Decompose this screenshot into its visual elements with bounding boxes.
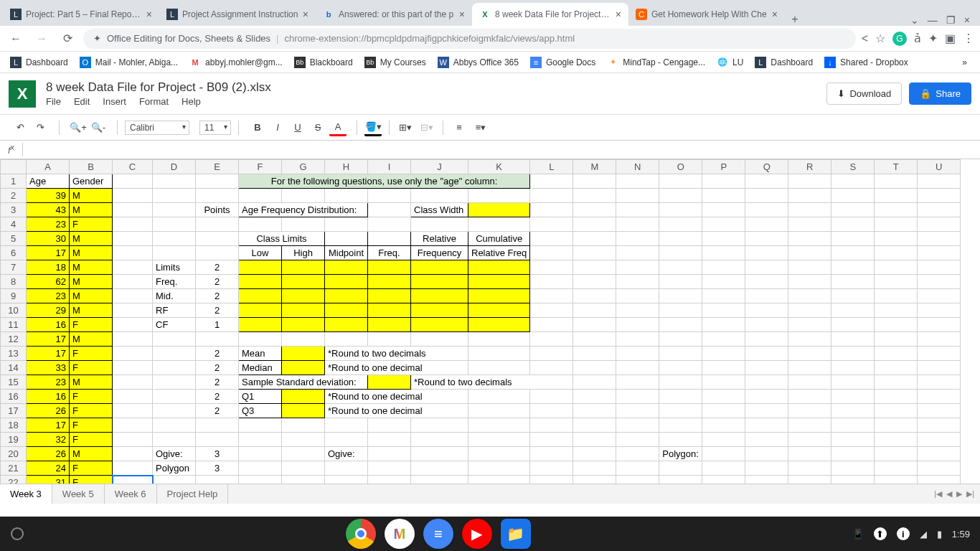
cell[interactable]: 2 (196, 303, 239, 318)
cell[interactable]: 17 (27, 418, 70, 433)
cell[interactable] (113, 375, 153, 390)
cell[interactable]: Ogive: (325, 447, 368, 461)
cell[interactable] (616, 418, 659, 433)
cell[interactable] (918, 289, 961, 303)
cell[interactable]: Class Width (411, 203, 468, 217)
cell[interactable]: F (70, 390, 113, 404)
devices-icon[interactable]: ▣ (945, 32, 956, 45)
col-header[interactable]: O (659, 160, 702, 174)
chevron-down-icon[interactable]: ⌄ (910, 14, 919, 26)
cell[interactable]: 16 (27, 318, 70, 332)
cell[interactable]: M (70, 232, 113, 246)
cell[interactable] (659, 347, 702, 361)
cell[interactable] (745, 361, 788, 375)
cell[interactable] (196, 232, 239, 246)
cell[interactable] (530, 418, 573, 433)
cell[interactable]: For the following questions, use only th… (239, 174, 530, 189)
row-header[interactable]: 3 (1, 203, 27, 217)
row-header[interactable]: 20 (1, 447, 27, 461)
cell[interactable] (788, 318, 831, 332)
cell[interactable]: 2 (196, 404, 239, 418)
cell[interactable]: High (282, 246, 325, 260)
cell[interactable] (702, 189, 745, 203)
cell[interactable] (659, 217, 702, 232)
cell[interactable] (788, 390, 831, 404)
cell[interactable] (368, 461, 411, 476)
cell[interactable]: 2 (196, 275, 239, 289)
cell[interactable]: *Round to one decimal (325, 390, 468, 404)
col-header[interactable]: F (239, 160, 282, 174)
cell[interactable]: Q1 (239, 390, 282, 404)
cell[interactable]: Limits (153, 260, 196, 275)
cell[interactable]: Low (239, 246, 282, 260)
cell[interactable] (573, 361, 616, 375)
cell[interactable] (875, 418, 918, 433)
cell[interactable] (918, 189, 961, 203)
col-header[interactable]: P (702, 160, 745, 174)
cell[interactable]: 2 (196, 375, 239, 390)
cell[interactable] (411, 476, 468, 484)
cell[interactable] (659, 418, 702, 433)
cell[interactable] (282, 361, 325, 375)
align-icon[interactable]: ≡▾ (472, 119, 489, 136)
bookmark-item[interactable]: WAbbys Office 365 (433, 54, 523, 71)
cell[interactable] (573, 303, 616, 318)
cell[interactable] (702, 332, 745, 347)
bookmark-item[interactable]: Mabbyj.mohler@gm... (185, 54, 287, 71)
row-header[interactable]: 16 (1, 390, 27, 404)
cell[interactable] (918, 433, 961, 447)
cell[interactable] (702, 404, 745, 418)
cell[interactable]: 2 (196, 260, 239, 275)
menu-insert[interactable]: Insert (103, 96, 126, 107)
cell[interactable] (702, 260, 745, 275)
cell[interactable] (113, 189, 153, 203)
cell[interactable] (282, 217, 325, 232)
cell[interactable] (153, 203, 196, 217)
wrap-text-icon[interactable]: ≡ (451, 119, 468, 136)
cell[interactable] (745, 390, 788, 404)
cell[interactable]: RF (153, 303, 196, 318)
cell[interactable]: Relative Freq (468, 246, 530, 260)
cell[interactable] (659, 260, 702, 275)
col-header[interactable]: N (616, 160, 659, 174)
cell[interactable] (875, 232, 918, 246)
cell[interactable] (573, 375, 616, 390)
borders-icon[interactable]: ⊞▾ (397, 119, 414, 136)
cell[interactable] (153, 375, 196, 390)
row-header[interactable]: 9 (1, 289, 27, 303)
close-icon[interactable]: × (772, 9, 778, 20)
cell[interactable] (468, 433, 530, 447)
cell[interactable] (788, 289, 831, 303)
cell[interactable]: Age (27, 174, 70, 189)
chrome-icon[interactable] (346, 519, 376, 549)
cell[interactable] (875, 203, 918, 217)
cell[interactable] (196, 189, 239, 203)
font-name-select[interactable]: Calibri (125, 121, 189, 135)
cell[interactable] (702, 347, 745, 361)
cell[interactable] (702, 246, 745, 260)
cell[interactable] (530, 260, 573, 275)
cell[interactable] (325, 332, 368, 347)
cell[interactable] (875, 390, 918, 404)
cell[interactable] (282, 318, 325, 332)
cell[interactable] (702, 361, 745, 375)
row-header[interactable]: 22 (1, 476, 27, 484)
cell[interactable]: 23 (27, 375, 70, 390)
download-button[interactable]: ⬇Download (826, 83, 902, 105)
cell[interactable] (875, 174, 918, 189)
cell[interactable] (702, 390, 745, 404)
wifi-icon[interactable]: ◢ (920, 529, 927, 540)
cell[interactable] (745, 246, 788, 260)
bold-icon[interactable]: B (249, 119, 266, 136)
cell[interactable] (530, 174, 573, 189)
cell[interactable] (745, 404, 788, 418)
cell[interactable] (325, 433, 368, 447)
cell[interactable] (788, 232, 831, 246)
cell[interactable] (113, 461, 153, 476)
cell[interactable] (875, 476, 918, 484)
cell[interactable]: Q3 (239, 404, 282, 418)
cell[interactable] (113, 332, 153, 347)
cell[interactable]: Gender (70, 174, 113, 189)
cell[interactable] (113, 174, 153, 189)
cell[interactable] (702, 375, 745, 390)
